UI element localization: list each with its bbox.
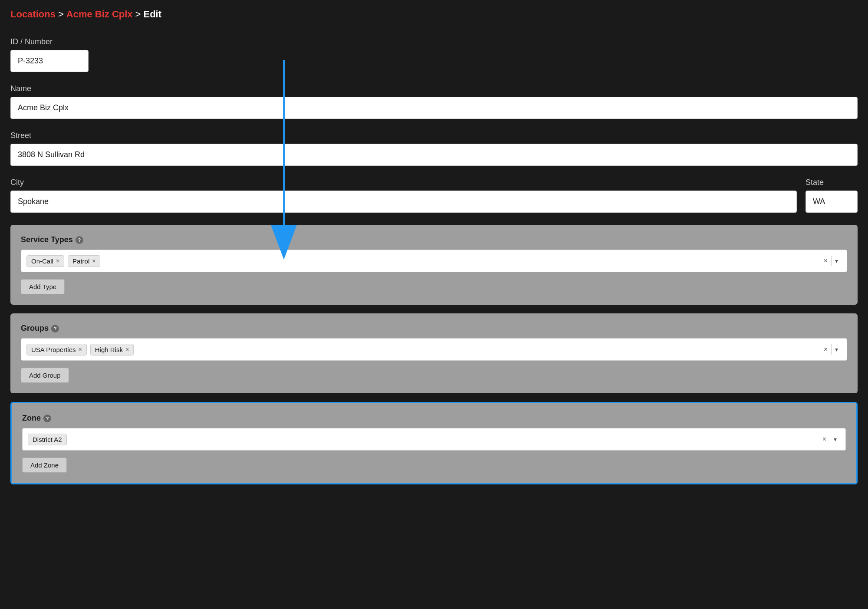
tag-patrol-remove[interactable]: ×: [92, 258, 95, 264]
add-zone-button[interactable]: Add Zone: [22, 458, 67, 473]
city-label: City: [10, 178, 797, 187]
street-label: Street: [10, 131, 858, 140]
add-group-button[interactable]: Add Group: [21, 368, 69, 383]
breadcrumb: Locations > Acme Biz Cplx > Edit: [10, 9, 858, 20]
groups-dropdown-button[interactable]: ▾: [832, 344, 842, 355]
name-input[interactable]: [10, 97, 858, 119]
tag-district-a2-label: District A2: [33, 436, 62, 443]
tag-high-risk-remove[interactable]: ×: [125, 346, 129, 352]
add-type-button[interactable]: Add Type: [21, 279, 65, 294]
state-label: State: [806, 178, 858, 187]
service-types-dropdown-button[interactable]: ▾: [832, 256, 842, 266]
groups-tags-container: USA Properties × High Risk × × ▾: [21, 338, 847, 361]
name-label: Name: [10, 84, 858, 93]
tag-district-a2: District A2: [28, 434, 67, 445]
breadcrumb-sep2: >: [135, 9, 141, 20]
tag-on-call-label: On-Call: [31, 257, 53, 265]
city-state-section: City State: [10, 178, 858, 213]
id-label: ID / Number: [10, 37, 858, 46]
tag-usa-properties-remove[interactable]: ×: [79, 346, 82, 352]
tag-on-call: On-Call ×: [26, 255, 64, 267]
service-types-label: Service Types ?: [21, 235, 847, 244]
street-input[interactable]: [10, 144, 858, 166]
name-section: Name: [10, 84, 858, 119]
id-section: ID / Number: [10, 37, 858, 72]
city-input[interactable]: [10, 191, 797, 213]
tag-high-risk-label: High Risk: [95, 346, 123, 353]
breadcrumb-acme[interactable]: Acme Biz Cplx: [66, 9, 133, 20]
breadcrumb-sep1: >: [58, 9, 64, 20]
id-input[interactable]: [10, 50, 89, 72]
tag-on-call-remove[interactable]: ×: [56, 258, 59, 264]
groups-label: Groups ?: [21, 324, 847, 333]
zone-tags-container: District A2 × ▾: [22, 428, 846, 451]
tag-usa-properties-label: USA Properties: [31, 346, 76, 353]
breadcrumb-edit: Edit: [143, 9, 161, 20]
groups-help-icon[interactable]: ?: [51, 325, 59, 332]
street-section: Street: [10, 131, 858, 166]
zone-dropdown-button[interactable]: ▾: [830, 434, 840, 444]
service-types-section: Service Types ? On-Call × Patrol ×: [10, 225, 858, 305]
tag-patrol: Patrol ×: [68, 255, 100, 267]
zone-clear-button[interactable]: ×: [819, 434, 830, 445]
state-input[interactable]: [806, 191, 858, 213]
zone-help-icon[interactable]: ?: [43, 415, 51, 422]
service-types-help-icon[interactable]: ?: [76, 236, 83, 244]
zone-section: Zone ? District A2 × ▾ Add Zone: [10, 402, 858, 484]
groups-section: Groups ? USA Properties × High Risk ×: [10, 313, 858, 393]
breadcrumb-locations[interactable]: Locations: [10, 9, 56, 20]
tag-high-risk: High Risk ×: [90, 344, 134, 356]
service-types-tags-container: On-Call × Patrol × × ▾: [21, 250, 847, 272]
tag-usa-properties: USA Properties ×: [26, 344, 87, 356]
zone-label: Zone ?: [22, 414, 846, 423]
service-types-clear-button[interactable]: ×: [820, 255, 831, 267]
tag-patrol-label: Patrol: [72, 257, 89, 265]
groups-clear-button[interactable]: ×: [820, 344, 831, 355]
